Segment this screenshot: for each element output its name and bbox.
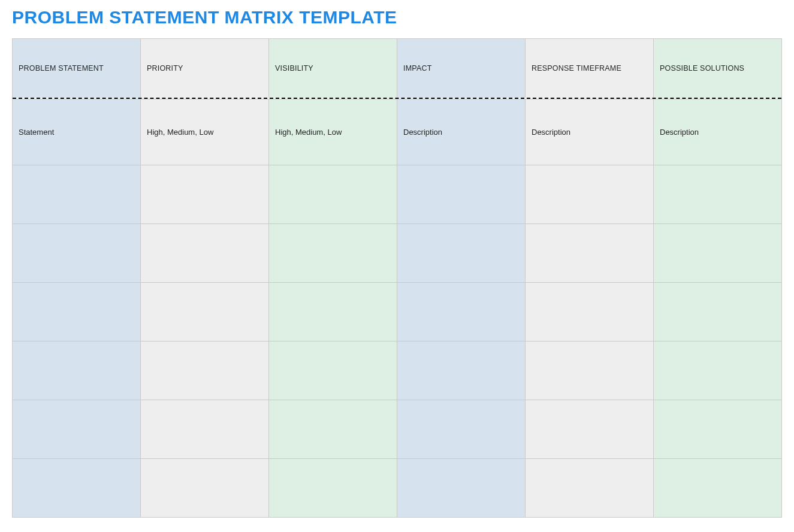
cell-visibility[interactable] [269, 458, 397, 517]
cell-problem-statement[interactable] [13, 458, 141, 517]
matrix-data-row [13, 400, 781, 458]
cell-impact[interactable] [397, 458, 526, 517]
cell-response-timeframe[interactable] [526, 223, 654, 282]
cell-possible-solutions[interactable] [654, 458, 781, 517]
cell-visibility[interactable] [269, 341, 397, 400]
cell-visibility[interactable] [269, 282, 397, 341]
cell-priority[interactable] [141, 165, 269, 223]
hint-problem-statement[interactable]: Statement [13, 99, 141, 165]
matrix-table: PROBLEM STATEMENT PRIORITY VISIBILITY IM… [12, 38, 782, 518]
cell-response-timeframe[interactable] [526, 165, 654, 223]
cell-problem-statement[interactable] [13, 282, 141, 341]
cell-possible-solutions[interactable] [654, 165, 781, 223]
col-header-visibility: VISIBILITY [269, 39, 397, 98]
cell-visibility[interactable] [269, 223, 397, 282]
cell-possible-solutions[interactable] [654, 400, 781, 458]
matrix-header-row: PROBLEM STATEMENT PRIORITY VISIBILITY IM… [13, 39, 781, 99]
matrix-data-row [13, 282, 781, 341]
page-title: PROBLEM STATEMENT MATRIX TEMPLATE [12, 7, 782, 28]
hint-priority[interactable]: High, Medium, Low [141, 99, 269, 165]
cell-possible-solutions[interactable] [654, 223, 781, 282]
cell-response-timeframe[interactable] [526, 282, 654, 341]
cell-problem-statement[interactable] [13, 223, 141, 282]
cell-possible-solutions[interactable] [654, 282, 781, 341]
cell-impact[interactable] [397, 341, 526, 400]
matrix-hint-row: Statement High, Medium, Low High, Medium… [13, 99, 781, 165]
col-header-response-timeframe: RESPONSE TIMEFRAME [526, 39, 654, 98]
col-header-impact: IMPACT [397, 39, 526, 98]
cell-priority[interactable] [141, 223, 269, 282]
cell-response-timeframe[interactable] [526, 400, 654, 458]
matrix-data-row [13, 458, 781, 517]
hint-visibility[interactable]: High, Medium, Low [269, 99, 397, 165]
col-header-problem-statement: PROBLEM STATEMENT [13, 39, 141, 98]
hint-impact[interactable]: Description [397, 99, 526, 165]
matrix-data-row [13, 165, 781, 223]
cell-impact[interactable] [397, 223, 526, 282]
cell-response-timeframe[interactable] [526, 458, 654, 517]
cell-priority[interactable] [141, 400, 269, 458]
cell-response-timeframe[interactable] [526, 341, 654, 400]
matrix-data-row [13, 223, 781, 282]
col-header-priority: PRIORITY [141, 39, 269, 98]
cell-possible-solutions[interactable] [654, 341, 781, 400]
col-header-possible-solutions: POSSIBLE SOLUTIONS [654, 39, 781, 98]
cell-priority[interactable] [141, 458, 269, 517]
cell-impact[interactable] [397, 282, 526, 341]
hint-response-timeframe[interactable]: Description [526, 99, 654, 165]
hint-possible-solutions[interactable]: Description [654, 99, 781, 165]
cell-priority[interactable] [141, 341, 269, 400]
cell-problem-statement[interactable] [13, 400, 141, 458]
cell-priority[interactable] [141, 282, 269, 341]
cell-problem-statement[interactable] [13, 341, 141, 400]
cell-problem-statement[interactable] [13, 165, 141, 223]
matrix-data-row [13, 341, 781, 400]
cell-visibility[interactable] [269, 165, 397, 223]
cell-visibility[interactable] [269, 400, 397, 458]
cell-impact[interactable] [397, 165, 526, 223]
cell-impact[interactable] [397, 400, 526, 458]
